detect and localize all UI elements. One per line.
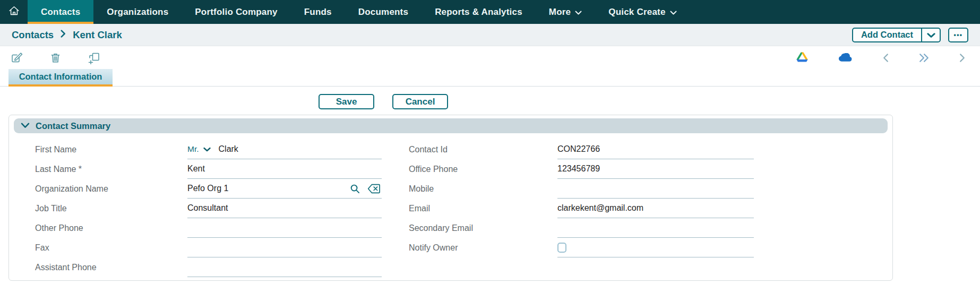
- nav-item-reports-analytics[interactable]: Reports & Analytics: [422, 0, 536, 24]
- assistant-phone-field[interactable]: [187, 257, 382, 277]
- nav-item-organizations[interactable]: Organizations: [93, 0, 182, 24]
- secondary-email-field[interactable]: [557, 218, 754, 238]
- last-name-input[interactable]: Kent: [187, 164, 205, 174]
- form-action-buttons: Save Cancel: [319, 94, 980, 109]
- mobile-field[interactable]: [557, 179, 754, 199]
- nav-item-label: Portfolio Company: [195, 7, 277, 18]
- contact-summary-header[interactable]: Contact Summary: [14, 118, 888, 133]
- add-contact-dropdown-button[interactable]: [922, 28, 941, 42]
- email-input[interactable]: clarkekent@gmail.com: [557, 203, 643, 213]
- nav-item-label: Organizations: [107, 7, 168, 18]
- form-column-right: Contact IdCON22766Office Phone123456789M…: [409, 140, 754, 277]
- secondary-email-label: Secondary Email: [409, 223, 557, 233]
- form-row-contact-id: Contact IdCON22766: [409, 140, 754, 159]
- last-name-label: Last Name *: [35, 165, 187, 174]
- form-row-mobile: Mobile: [409, 179, 754, 199]
- email-label: Email: [409, 204, 557, 213]
- job-title-field[interactable]: Consultant: [187, 199, 382, 218]
- previous-record-icon[interactable]: [883, 53, 889, 63]
- header-actions: Add Contact •••: [852, 28, 968, 42]
- notify-owner-label: Notify Owner: [409, 243, 557, 253]
- office-phone-label: Office Phone: [409, 165, 557, 174]
- fax-label: Fax: [35, 243, 187, 253]
- edit-icon[interactable]: [11, 51, 23, 64]
- form-row-assistant-phone: Assistant Phone: [35, 257, 382, 277]
- form-row-email: Emailclarkekent@gmail.com: [409, 199, 754, 218]
- nav-item-funds[interactable]: Funds: [291, 0, 345, 24]
- email-field[interactable]: clarkekent@gmail.com: [557, 199, 754, 218]
- contact-form: First NameMr.ClarkLast Name *KentOrganiz…: [14, 140, 888, 277]
- nav-item-documents[interactable]: Documents: [345, 0, 422, 24]
- nav-item-label: Contacts: [41, 7, 80, 18]
- home-button[interactable]: [0, 0, 28, 24]
- form-row-first-name: First NameMr.Clark: [35, 140, 382, 159]
- breadcrumb-contacts[interactable]: Contacts: [12, 29, 54, 41]
- clone-icon[interactable]: [88, 51, 100, 64]
- breadcrumb-separator-icon: [61, 30, 66, 40]
- contact-summary-card: Contact Summary First NameMr.ClarkLast N…: [8, 115, 893, 281]
- contact-id-input[interactable]: CON22766: [557, 144, 600, 154]
- toolbar-right-group: [796, 52, 965, 63]
- chevron-down-icon: [575, 7, 582, 18]
- notify-owner-field[interactable]: [557, 238, 754, 257]
- organization-name-lookup-icons: [350, 184, 382, 194]
- nav-item-contacts[interactable]: Contacts: [28, 0, 93, 24]
- more-actions-button[interactable]: •••: [948, 28, 968, 42]
- office-phone-input[interactable]: 123456789: [557, 164, 600, 174]
- first-name-input[interactable]: Clark: [219, 144, 238, 154]
- toolbar-left-group: [11, 51, 100, 64]
- onedrive-icon[interactable]: [839, 53, 853, 62]
- fax-field[interactable]: [187, 238, 382, 257]
- save-button[interactable]: Save: [319, 94, 374, 109]
- first-name-field[interactable]: Mr.Clark: [187, 140, 382, 159]
- skip-forward-icon[interactable]: [919, 53, 929, 63]
- contact-id-label: Contact Id: [409, 145, 557, 154]
- google-drive-icon[interactable]: [796, 52, 809, 63]
- nav-item-label: Reports & Analytics: [435, 7, 522, 18]
- form-row-last-name: Last Name *Kent: [35, 159, 382, 179]
- collapse-chevron-icon: [21, 121, 30, 131]
- job-title-label: Job Title: [35, 204, 187, 213]
- navbar-items: ContactsOrganizationsPortfolio CompanyFu…: [28, 0, 690, 24]
- other-phone-field[interactable]: [187, 218, 382, 238]
- form-column-left: First NameMr.ClarkLast Name *KentOrganiz…: [35, 140, 382, 277]
- nav-item-quick-create[interactable]: Quick Create: [595, 0, 690, 24]
- top-navbar: ContactsOrganizationsPortfolio CompanyFu…: [0, 0, 980, 24]
- organization-name-field[interactable]: Pefo Org 1: [187, 179, 382, 199]
- breadcrumb-bar: Contacts Kent Clark Add Contact •••: [0, 24, 980, 46]
- ellipsis-icon: •••: [953, 31, 962, 39]
- nav-item-label: Funds: [304, 7, 332, 18]
- assistant-phone-label: Assistant Phone: [35, 263, 187, 272]
- breadcrumb: Contacts Kent Clark: [12, 29, 122, 41]
- form-row-job-title: Job TitleConsultant: [35, 199, 382, 218]
- chevron-down-icon: [670, 7, 677, 18]
- next-record-icon[interactable]: [959, 53, 965, 63]
- chevron-down-icon: [927, 30, 935, 40]
- search-icon[interactable]: [350, 184, 360, 194]
- organization-name-input[interactable]: Pefo Org 1: [187, 184, 228, 193]
- form-row-fax: Fax: [35, 238, 382, 257]
- notify-owner-checkbox[interactable]: [557, 243, 566, 253]
- contact-id-field[interactable]: CON22766: [557, 140, 754, 159]
- home-icon: [7, 4, 21, 20]
- salutation-dropdown-icon[interactable]: [203, 147, 211, 152]
- form-row-office-phone: Office Phone123456789: [409, 159, 754, 179]
- cancel-button[interactable]: Cancel: [392, 94, 448, 109]
- tab-contact-information[interactable]: Contact Information: [8, 69, 113, 87]
- form-row-secondary-email: Secondary Email: [409, 218, 754, 238]
- salutation-value[interactable]: Mr.: [187, 144, 199, 154]
- clear-icon[interactable]: [367, 184, 381, 194]
- add-contact-button[interactable]: Add Contact: [852, 28, 922, 42]
- section-title: Contact Summary: [36, 121, 110, 131]
- record-toolbar: [0, 46, 980, 69]
- last-name-field[interactable]: Kent: [187, 159, 382, 179]
- nav-item-portfolio-company[interactable]: Portfolio Company: [182, 0, 290, 24]
- nav-item-more[interactable]: More: [536, 0, 595, 24]
- add-contact-split-button: Add Contact: [852, 28, 941, 42]
- office-phone-field[interactable]: 123456789: [557, 159, 754, 179]
- delete-icon[interactable]: [49, 51, 62, 64]
- first-name-label: First Name: [35, 145, 187, 154]
- form-row-other-phone: Other Phone: [35, 218, 382, 238]
- nav-item-label: Quick Create: [608, 7, 665, 18]
- job-title-input[interactable]: Consultant: [187, 203, 228, 213]
